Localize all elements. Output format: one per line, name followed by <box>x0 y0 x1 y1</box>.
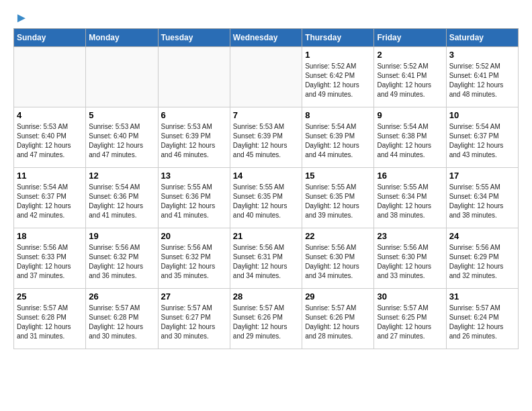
calendar-day-cell: 11Sunrise: 5:54 AM Sunset: 6:37 PM Dayli… <box>14 168 86 228</box>
day-info: Sunrise: 5:53 AM Sunset: 6:39 PM Dayligh… <box>161 122 227 160</box>
calendar-week-row: 18Sunrise: 5:56 AM Sunset: 6:33 PM Dayli… <box>14 228 519 289</box>
calendar-day-cell <box>230 47 302 107</box>
day-info: Sunrise: 5:52 AM Sunset: 6:41 PM Dayligh… <box>449 62 515 99</box>
day-number: 17 <box>449 171 515 181</box>
day-info: Sunrise: 5:53 AM Sunset: 6:40 PM Dayligh… <box>17 122 83 160</box>
calendar-day-cell: 30Sunrise: 5:57 AM Sunset: 6:25 PM Dayli… <box>374 289 446 349</box>
calendar-day-cell: 31Sunrise: 5:57 AM Sunset: 6:24 PM Dayli… <box>446 289 518 349</box>
day-info: Sunrise: 5:52 AM Sunset: 6:41 PM Dayligh… <box>377 62 443 99</box>
weekday-header-friday: Friday <box>374 29 446 47</box>
calendar-day-cell: 16Sunrise: 5:55 AM Sunset: 6:34 PM Dayli… <box>374 168 446 228</box>
day-number: 27 <box>161 291 227 302</box>
day-number: 12 <box>89 171 154 181</box>
calendar-day-cell: 15Sunrise: 5:55 AM Sunset: 6:35 PM Dayli… <box>302 168 374 228</box>
day-number: 30 <box>377 291 443 302</box>
calendar-day-cell: 10Sunrise: 5:54 AM Sunset: 6:37 PM Dayli… <box>446 107 518 168</box>
weekday-header-tuesday: Tuesday <box>158 29 230 47</box>
day-number: 9 <box>377 110 443 120</box>
day-number: 22 <box>305 231 371 241</box>
day-number: 13 <box>161 171 227 181</box>
day-info: Sunrise: 5:57 AM Sunset: 6:26 PM Dayligh… <box>305 304 371 341</box>
day-number: 11 <box>17 171 83 181</box>
logo-arrow-icon: ► <box>15 11 28 24</box>
calendar-day-cell <box>158 47 230 107</box>
calendar-day-cell: 3Sunrise: 5:52 AM Sunset: 6:41 PM Daylig… <box>446 47 518 107</box>
day-number: 14 <box>233 171 299 181</box>
day-info: Sunrise: 5:54 AM Sunset: 6:37 PM Dayligh… <box>449 122 515 160</box>
calendar-day-cell: 8Sunrise: 5:54 AM Sunset: 6:39 PM Daylig… <box>302 107 374 168</box>
day-number: 26 <box>89 291 154 302</box>
day-info: Sunrise: 5:53 AM Sunset: 6:40 PM Dayligh… <box>89 122 154 160</box>
day-info: Sunrise: 5:55 AM Sunset: 6:34 PM Dayligh… <box>449 183 515 220</box>
day-info: Sunrise: 5:54 AM Sunset: 6:36 PM Dayligh… <box>89 183 154 220</box>
day-number: 24 <box>449 231 515 241</box>
day-number: 3 <box>449 50 515 60</box>
calendar-week-row: 1Sunrise: 5:52 AM Sunset: 6:42 PM Daylig… <box>14 47 519 107</box>
day-info: Sunrise: 5:56 AM Sunset: 6:31 PM Dayligh… <box>233 243 299 281</box>
calendar-day-cell <box>86 47 158 107</box>
day-info: Sunrise: 5:55 AM Sunset: 6:35 PM Dayligh… <box>233 183 299 220</box>
day-number: 7 <box>233 110 299 120</box>
weekday-header-saturday: Saturday <box>446 29 518 47</box>
day-info: Sunrise: 5:54 AM Sunset: 6:38 PM Dayligh… <box>377 122 443 160</box>
calendar-day-cell: 21Sunrise: 5:56 AM Sunset: 6:31 PM Dayli… <box>230 228 302 289</box>
calendar-week-row: 11Sunrise: 5:54 AM Sunset: 6:37 PM Dayli… <box>14 168 519 228</box>
calendar-day-cell: 24Sunrise: 5:56 AM Sunset: 6:29 PM Dayli… <box>446 228 518 289</box>
day-info: Sunrise: 5:56 AM Sunset: 6:32 PM Dayligh… <box>161 243 227 281</box>
calendar-day-cell: 26Sunrise: 5:57 AM Sunset: 6:28 PM Dayli… <box>86 289 158 349</box>
day-number: 15 <box>305 171 371 181</box>
weekday-header-wednesday: Wednesday <box>230 29 302 47</box>
day-info: Sunrise: 5:55 AM Sunset: 6:35 PM Dayligh… <box>305 183 371 220</box>
calendar-header-row: SundayMondayTuesdayWednesdayThursdayFrid… <box>14 29 519 47</box>
day-info: Sunrise: 5:56 AM Sunset: 6:30 PM Dayligh… <box>377 243 443 281</box>
day-info: Sunrise: 5:56 AM Sunset: 6:29 PM Dayligh… <box>449 243 515 281</box>
day-info: Sunrise: 5:57 AM Sunset: 6:28 PM Dayligh… <box>89 304 154 341</box>
calendar-day-cell: 23Sunrise: 5:56 AM Sunset: 6:30 PM Dayli… <box>374 228 446 289</box>
day-number: 19 <box>89 231 154 241</box>
calendar-day-cell: 6Sunrise: 5:53 AM Sunset: 6:39 PM Daylig… <box>158 107 230 168</box>
day-number: 4 <box>17 110 83 120</box>
day-info: Sunrise: 5:56 AM Sunset: 6:32 PM Dayligh… <box>89 243 154 281</box>
day-info: Sunrise: 5:55 AM Sunset: 6:36 PM Dayligh… <box>161 183 227 220</box>
day-number: 2 <box>377 50 443 60</box>
calendar-week-row: 25Sunrise: 5:57 AM Sunset: 6:28 PM Dayli… <box>14 289 519 349</box>
weekday-header-monday: Monday <box>86 29 158 47</box>
day-number: 16 <box>377 171 443 181</box>
day-number: 5 <box>89 110 154 120</box>
day-number: 1 <box>305 50 371 60</box>
calendar-day-cell: 17Sunrise: 5:55 AM Sunset: 6:34 PM Dayli… <box>446 168 518 228</box>
day-number: 28 <box>233 291 299 302</box>
day-number: 21 <box>233 231 299 241</box>
calendar-day-cell: 12Sunrise: 5:54 AM Sunset: 6:36 PM Dayli… <box>86 168 158 228</box>
calendar-day-cell: 1Sunrise: 5:52 AM Sunset: 6:42 PM Daylig… <box>302 47 374 107</box>
day-info: Sunrise: 5:57 AM Sunset: 6:28 PM Dayligh… <box>17 304 83 341</box>
day-number: 18 <box>17 231 83 241</box>
day-number: 20 <box>161 231 227 241</box>
calendar-day-cell: 29Sunrise: 5:57 AM Sunset: 6:26 PM Dayli… <box>302 289 374 349</box>
day-number: 8 <box>305 110 371 120</box>
day-info: Sunrise: 5:52 AM Sunset: 6:42 PM Dayligh… <box>305 62 371 99</box>
calendar-day-cell: 13Sunrise: 5:55 AM Sunset: 6:36 PM Dayli… <box>158 168 230 228</box>
day-number: 6 <box>161 110 227 120</box>
day-number: 23 <box>377 231 443 241</box>
calendar-day-cell: 28Sunrise: 5:57 AM Sunset: 6:26 PM Dayli… <box>230 289 302 349</box>
calendar-day-cell: 18Sunrise: 5:56 AM Sunset: 6:33 PM Dayli… <box>14 228 86 289</box>
day-info: Sunrise: 5:57 AM Sunset: 6:26 PM Dayligh… <box>233 304 299 341</box>
calendar-table: SundayMondayTuesdayWednesdayThursdayFrid… <box>13 28 519 349</box>
page-header: ► <box>13 11 519 21</box>
calendar-week-row: 4Sunrise: 5:53 AM Sunset: 6:40 PM Daylig… <box>14 107 519 168</box>
calendar-day-cell: 25Sunrise: 5:57 AM Sunset: 6:28 PM Dayli… <box>14 289 86 349</box>
calendar-day-cell <box>14 47 86 107</box>
calendar-day-cell: 9Sunrise: 5:54 AM Sunset: 6:38 PM Daylig… <box>374 107 446 168</box>
calendar-day-cell: 27Sunrise: 5:57 AM Sunset: 6:27 PM Dayli… <box>158 289 230 349</box>
day-number: 25 <box>17 291 83 302</box>
calendar-day-cell: 2Sunrise: 5:52 AM Sunset: 6:41 PM Daylig… <box>374 47 446 107</box>
day-info: Sunrise: 5:55 AM Sunset: 6:34 PM Dayligh… <box>377 183 443 220</box>
calendar-day-cell: 19Sunrise: 5:56 AM Sunset: 6:32 PM Dayli… <box>86 228 158 289</box>
calendar-day-cell: 5Sunrise: 5:53 AM Sunset: 6:40 PM Daylig… <box>86 107 158 168</box>
day-info: Sunrise: 5:53 AM Sunset: 6:39 PM Dayligh… <box>233 122 299 160</box>
day-info: Sunrise: 5:57 AM Sunset: 6:27 PM Dayligh… <box>161 304 227 341</box>
day-number: 31 <box>449 291 515 302</box>
calendar-day-cell: 7Sunrise: 5:53 AM Sunset: 6:39 PM Daylig… <box>230 107 302 168</box>
calendar-day-cell: 14Sunrise: 5:55 AM Sunset: 6:35 PM Dayli… <box>230 168 302 228</box>
